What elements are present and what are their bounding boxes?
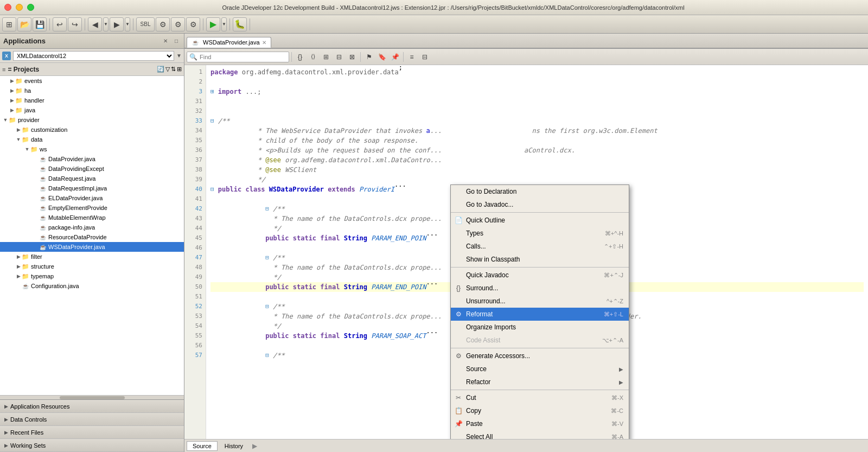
tab-close-button[interactable]: ✕ — [262, 40, 266, 46]
tree-item-resourcedata[interactable]: ☕ ResourceDataProvide — [0, 232, 184, 242]
tree-item-handler[interactable]: ▶ 📁 handler — [0, 96, 184, 105]
search-box[interactable]: 🔍 — [187, 52, 289, 62]
apps-expand-btn[interactable]: □ — [172, 37, 181, 46]
view-btn1[interactable]: ≡ — [406, 51, 418, 63]
tree-item-datarequestimpl[interactable]: ☕ DataRequestImpl.java — [0, 183, 184, 193]
tree-item-wsdataprovider[interactable]: ☕ WSDataProvider.java — [0, 242, 184, 252]
tree-item-eldataprovider[interactable]: ☕ ELDataProvider.java — [0, 193, 184, 203]
recent-files-panel[interactable]: ▶ Recent Files — [0, 426, 184, 439]
filter-icon[interactable]: ▽ — [165, 66, 170, 73]
cm-types[interactable]: Types ⌘+^-H — [451, 227, 629, 240]
toolbar-build[interactable]: ⚙ — [156, 17, 170, 31]
cm-go-to-javadoc[interactable]: Go to Javadoc... — [451, 198, 629, 211]
toolbar-open[interactable]: 📂 — [17, 17, 31, 31]
tree-view[interactable]: ▶ 📁 events ▶ 📁 ha ▶ 📁 handler ▶ 📁 java — [0, 76, 184, 395]
cm-go-to-declaration[interactable]: Go to Declaration — [451, 185, 629, 198]
project-dropdown-arrow[interactable]: ▼ — [176, 53, 182, 59]
toolbar-debug[interactable]: 🐛 — [233, 17, 247, 31]
code-btn1[interactable]: ⟨⟩ — [307, 51, 319, 63]
line-num-51: 51 — [184, 292, 202, 302]
cm-calls[interactable]: Calls... ⌃+⇧-H — [451, 240, 629, 253]
tree-item-ws[interactable]: ▼ 📁 ws — [0, 144, 184, 154]
tree-item-packageinfo[interactable]: ☕ package-info.java — [0, 222, 184, 232]
code-btn3[interactable]: ⊟ — [333, 51, 345, 63]
cm-refactor[interactable]: Refactor ▶ — [451, 375, 629, 389]
tree-item-ha[interactable]: ▶ 📁 ha — [0, 86, 184, 96]
cm-source[interactable]: Source ▶ — [451, 362, 629, 375]
toolbar-save[interactable]: 💾 — [33, 17, 47, 31]
tree-item-data[interactable]: ▼ 📁 data — [0, 135, 184, 144]
cm-generate-accessors[interactable]: ⚙ Generate Accessors... — [451, 349, 629, 362]
code-line-39: */ — [210, 175, 864, 184]
tree-item-mutableelement[interactable]: ☕ MutableElementWrap — [0, 213, 184, 222]
bookmark-btn2[interactable]: 🔖 — [376, 51, 388, 63]
tree-item-typemap[interactable]: ▶ 📁 typemap — [0, 271, 184, 281]
toolbar-build2[interactable]: ⚙ — [171, 17, 185, 31]
tab-source[interactable]: Source — [187, 441, 218, 451]
apps-close-btn[interactable]: ✕ — [161, 37, 170, 46]
bookmark-btn1[interactable]: ⚑ — [363, 51, 375, 63]
tree-item-dataproviding[interactable]: ☕ DataProvidingExcept — [0, 164, 184, 174]
line-num-33[interactable]: 33 — [184, 116, 202, 126]
editor-tab-wsdataprovider[interactable]: ☕ WSDataProvider.java ✕ — [187, 37, 271, 48]
line-num-3[interactable]: 3 — [184, 87, 202, 97]
line-num-47[interactable]: 47 — [184, 253, 202, 263]
data-controls-panel[interactable]: ▶ Data Controls — [0, 413, 184, 426]
maximize-button[interactable] — [27, 4, 34, 11]
toolbar-redo[interactable]: ↪ — [68, 17, 82, 31]
project-select[interactable]: XMLDatacontrol12 — [13, 51, 174, 61]
application-resources-panel[interactable]: ▶ Application Resources — [0, 400, 184, 413]
tree-item-events[interactable]: ▶ 📁 events — [0, 76, 184, 86]
toolbar-forward-dropdown[interactable]: ▼ — [103, 17, 108, 31]
sort-icon[interactable]: ⇅ — [171, 66, 176, 73]
cm-item-label: Paste — [466, 420, 607, 428]
toolbar-run-dropdown[interactable]: ▼ — [221, 17, 227, 31]
tab-history[interactable]: History — [219, 441, 249, 451]
tree-item-datarequest[interactable]: ☕ DataRequest.java — [0, 174, 184, 183]
tree-item-customization[interactable]: ▶ 📁 customization — [0, 125, 184, 135]
tab-scroll-right[interactable]: ▶ — [252, 442, 257, 450]
sync-icon[interactable]: 🔄 — [157, 66, 164, 73]
line-num-57[interactable]: 57 — [184, 351, 202, 360]
cm-organize-imports[interactable]: Organize Imports — [451, 321, 629, 334]
toolbar-new[interactable]: ⊞ — [2, 17, 16, 31]
bookmark-btn3[interactable]: 📌 — [389, 51, 401, 63]
view-btn2[interactable]: ⊟ — [419, 51, 431, 63]
close-button[interactable] — [4, 4, 11, 11]
toolbar-undo[interactable]: ↩ — [53, 17, 67, 31]
cm-quick-outline[interactable]: 📄 Quick Outline — [451, 214, 629, 227]
line-num-52[interactable]: 52 — [184, 302, 202, 311]
cm-unsurround[interactable]: Unsurround... ^+⌃-Z — [451, 295, 629, 308]
cm-quick-javadoc[interactable]: Quick Javadoc ⌘+⌃-J — [451, 269, 629, 282]
tree-item-filter[interactable]: ▶ 📁 filter — [0, 252, 184, 262]
tree-item-java[interactable]: ▶ 📁 java — [0, 105, 184, 115]
toolbar-forward[interactable]: ▶ — [110, 17, 124, 31]
tree-label: ha — [24, 87, 31, 94]
toolbar-forward2-dropdown[interactable]: ▼ — [125, 17, 130, 31]
code-btn4[interactable]: ⊠ — [346, 51, 358, 63]
braces-btn[interactable]: {} — [294, 51, 306, 63]
cm-surround[interactable]: {} Surround... — [451, 282, 629, 295]
cm-select-all[interactable]: Select All ⌘-A — [451, 430, 629, 439]
search-input[interactable] — [200, 54, 286, 60]
line-num-40[interactable]: 40 — [184, 184, 202, 194]
minimize-button[interactable] — [16, 4, 23, 11]
tree-item-configuration[interactable]: ☕ Configuration.java — [0, 281, 184, 291]
toolbar-run[interactable]: ▶ — [206, 17, 220, 31]
tree-item-provider[interactable]: ▼ 📁 provider — [0, 115, 184, 125]
cm-cut[interactable]: ✂ Cut ⌘-X — [451, 391, 629, 404]
toolbar-back[interactable]: ◀ — [88, 17, 102, 31]
code-btn2[interactable]: ⊞ — [320, 51, 332, 63]
cm-copy[interactable]: 📋 Copy ⌘-C — [451, 404, 629, 417]
tree-item-structure[interactable]: ▶ 📁 structure — [0, 262, 184, 271]
cm-reformat[interactable]: ⚙ Reformat ⌘+⇧-L — [451, 308, 629, 321]
expand-icon[interactable]: ⊞ — [177, 66, 182, 73]
line-num-42[interactable]: 42 — [184, 204, 202, 214]
cm-show-classpath[interactable]: Show in Classpath — [451, 253, 629, 266]
tree-item-dataprovider[interactable]: ☕ DataProvider.java — [0, 154, 184, 164]
working-sets-panel[interactable]: ▶ Working Sets — [0, 439, 184, 452]
toolbar-build-sbl[interactable]: SBL — [136, 17, 155, 31]
tree-item-emptyelement[interactable]: ☕ EmptyElementProvide — [0, 203, 184, 213]
toolbar-build3[interactable]: ⚙ — [186, 17, 200, 31]
cm-paste[interactable]: 📌 Paste ⌘-V — [451, 417, 629, 430]
